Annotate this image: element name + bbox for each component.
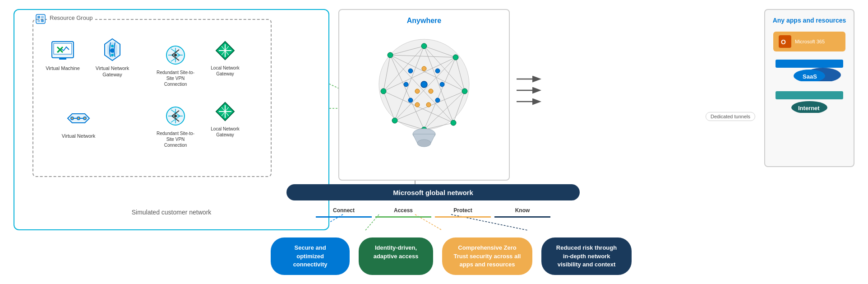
lng2-icon (214, 101, 236, 122)
global-network-label: Microsoft global network (393, 189, 473, 196)
svg-rect-19 (37, 19, 40, 22)
svg-rect-16 (36, 14, 45, 23)
svg-point-83 (392, 118, 397, 123)
virtual-machine-icon (51, 41, 74, 61)
vng-icon (101, 38, 124, 63)
dedicated-tunnels-label: Dedicated tunnels (706, 112, 755, 121)
vpn2-component: Redundant Site-to-Site VPN Connection (155, 103, 196, 148)
svg-point-79 (453, 55, 458, 60)
vpn1-icon (166, 45, 185, 65)
internet-icon: Internet (773, 90, 845, 113)
svg-point-89 (408, 69, 413, 73)
svg-point-50 (174, 115, 177, 117)
vpn2-icon (166, 106, 185, 126)
svg-point-26 (111, 54, 114, 56)
vpn1-component: Redundant Site-to-Site VPN Connection (155, 42, 196, 87)
vm-label: Virtual Machine (46, 65, 80, 71)
tab-access[interactable]: Access (375, 205, 431, 218)
svg-rect-106 (776, 91, 843, 99)
vng-component: Virtual Network Gateway (92, 38, 133, 78)
customer-network-section: Resource Group (14, 9, 329, 230)
apps-resources-section: Any apps and resources O Microsoft 365 S… (764, 9, 854, 167)
saas-icon: SaaS (773, 59, 845, 81)
resource-group-icon (35, 14, 46, 24)
saas-container: SaaS (773, 59, 845, 83)
virtual-machine-component: Virtual Machine (42, 38, 83, 71)
tab-know[interactable]: Know (494, 205, 550, 218)
svg-text:SaaS: SaaS (803, 73, 817, 80)
pill-connectivity: Secure and optimized connectivity (271, 237, 350, 275)
svg-point-33 (78, 117, 79, 119)
apps-resources-title: Any apps and resources (773, 16, 846, 24)
svg-point-85 (388, 52, 393, 58)
svg-point-93 (422, 66, 426, 71)
svg-point-25 (111, 45, 114, 47)
svg-rect-22 (54, 43, 72, 54)
svg-point-34 (84, 117, 86, 119)
svg-point-94 (429, 89, 433, 93)
anywhere-section: Anywhere (338, 9, 510, 181)
vpn1-label: Redundant Site-to-Site VPN Connection (155, 70, 196, 87)
simulated-customer-network-label: Simulated customer network (132, 209, 212, 216)
svg-rect-102 (776, 60, 843, 68)
lng2-component: Local Network Gateway (205, 99, 245, 138)
globe-container (365, 33, 483, 150)
svg-point-91 (404, 82, 408, 87)
svg-point-84 (381, 88, 386, 94)
m365-icon: O (779, 35, 791, 48)
svg-point-97 (415, 102, 420, 107)
svg-point-90 (408, 98, 413, 102)
svg-point-78 (421, 43, 427, 49)
svg-point-92 (440, 82, 444, 87)
network-globe-svg (365, 33, 483, 150)
vnet-label: Virtual Network (62, 133, 95, 139)
bottom-pills: Secure and optimized connectivity Identi… (271, 237, 632, 275)
main-container: Resource Group (0, 0, 868, 284)
svg-point-80 (462, 88, 467, 94)
resource-group-box: Resource Group (32, 19, 272, 177)
svg-rect-20 (41, 19, 44, 22)
svg-text:Internet: Internet (798, 105, 820, 112)
svg-point-87 (435, 69, 440, 73)
pill-access: Identity-driven, adaptive access (359, 237, 433, 275)
vng-label: Virtual Network Gateway (92, 65, 133, 78)
tab-protect[interactable]: Protect (435, 205, 491, 218)
internet-container: Internet (773, 90, 845, 115)
svg-point-86 (421, 81, 427, 88)
svg-text:O: O (781, 38, 786, 46)
anywhere-title: Anywhere (407, 17, 441, 25)
svg-rect-17 (37, 16, 40, 19)
resource-group-label: Resource Group (47, 14, 95, 21)
pill-zerotrust: Comprehensive Zero Trust security across… (442, 237, 532, 275)
svg-point-40 (174, 54, 177, 56)
vnet-icon (66, 111, 91, 126)
lng2-label: Local Network Gateway (205, 126, 245, 138)
tab-connect[interactable]: Connect (316, 205, 372, 218)
svg-point-32 (71, 117, 73, 119)
svg-point-81 (451, 120, 456, 126)
svg-point-88 (435, 98, 440, 102)
m365-label: Microsoft 365 (795, 39, 825, 44)
vpn2-label: Redundant Site-to-Site VPN Connection (155, 130, 196, 148)
svg-rect-23 (59, 58, 66, 60)
global-network-bar: Microsoft global network (286, 184, 580, 200)
lng1-icon (214, 40, 236, 61)
lng1-component: Local Network Gateway (205, 38, 245, 77)
tabs-row: Connect Access Protect Know (316, 205, 550, 218)
svg-rect-18 (41, 16, 44, 19)
vnet-component: Virtual Network (58, 106, 99, 139)
svg-point-96 (426, 102, 431, 107)
lng1-label: Local Network Gateway (205, 65, 245, 77)
svg-point-99 (417, 140, 431, 147)
pill-risk: Reduced risk through in-depth network vi… (541, 237, 632, 275)
svg-point-95 (415, 89, 420, 93)
svg-point-24 (110, 48, 115, 53)
m365-card: O Microsoft 365 (773, 32, 845, 51)
